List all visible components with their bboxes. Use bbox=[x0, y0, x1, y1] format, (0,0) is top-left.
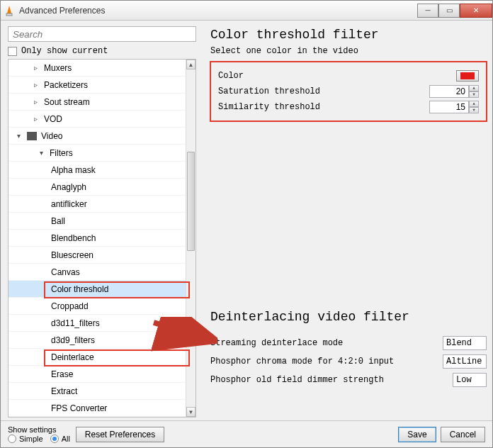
tree-item-label: Video bbox=[41, 131, 62, 141]
scroll-up-button[interactable]: ▲ bbox=[186, 60, 196, 69]
right-panel: Color threshold filter Select one color … bbox=[200, 21, 492, 420]
saturation-spinner[interactable]: ▲▼ bbox=[429, 85, 479, 98]
tree-item-label: d3d9_filters bbox=[51, 335, 95, 345]
tree-item-label: Ball bbox=[51, 216, 65, 226]
color-threshold-panel: Color Saturation threshold ▲▼ Similarity… bbox=[210, 62, 487, 121]
sim-up-icon[interactable]: ▲ bbox=[469, 101, 479, 107]
expand-icon: ▾ bbox=[17, 132, 24, 140]
svg-rect-1 bbox=[6, 13, 12, 16]
tree-item-label: Deinterlace bbox=[51, 352, 94, 362]
close-button[interactable]: ✕ bbox=[460, 4, 492, 18]
expand-icon: ▹ bbox=[34, 98, 41, 106]
video-icon bbox=[27, 132, 37, 140]
tree: ▹Muxers▹Packetizers▹Sout stream▹VOD▾Vide… bbox=[8, 59, 196, 418]
window-title: Advanced Preferences bbox=[19, 6, 417, 16]
tree-item-label: Erase bbox=[51, 369, 73, 379]
window-controls: ─ ▭ ✕ bbox=[417, 4, 492, 18]
tree-item-label: Extract bbox=[51, 386, 77, 396]
tree-item[interactable]: Color threshold bbox=[8, 281, 186, 298]
tree-item-label: Filters bbox=[50, 148, 73, 158]
tree-item-label: Color threshold bbox=[51, 284, 108, 294]
section1-subtitle: Select one color in the video bbox=[210, 46, 487, 56]
tree-item[interactable]: ▹Muxers bbox=[8, 60, 186, 77]
tree-item-label: Blendbench bbox=[51, 233, 96, 243]
deint-mode-label: Streaming deinterlace mode bbox=[210, 338, 443, 348]
tree-item[interactable]: Canvas bbox=[8, 264, 186, 281]
tree-item-label: Canvas bbox=[51, 267, 80, 277]
minimize-button[interactable]: ─ bbox=[417, 4, 438, 18]
tree-item[interactable]: Deinterlace bbox=[8, 349, 186, 366]
tree-item[interactable]: Croppadd bbox=[8, 298, 186, 315]
tree-item-label: antiflicker bbox=[51, 199, 87, 209]
tree-item-label: Muxers bbox=[44, 63, 72, 73]
show-settings-label: Show settings bbox=[8, 425, 70, 434]
tree-item-label: Anaglyph bbox=[51, 182, 86, 192]
phosphor-chroma-label: Phosphor chroma mode for 4:2:0 input bbox=[210, 357, 443, 366]
footer: Show settings Simple All Reset Preferenc… bbox=[1, 420, 492, 447]
tree-item-label: Bluescreen bbox=[51, 250, 94, 260]
similarity-input[interactable] bbox=[429, 101, 469, 113]
tree-item[interactable]: Alpha mask bbox=[8, 162, 186, 179]
reset-button[interactable]: Reset Preferences bbox=[76, 427, 164, 442]
radio-all[interactable] bbox=[50, 435, 59, 443]
expand-icon: ▹ bbox=[34, 64, 41, 72]
tree-item[interactable]: Anaglyph bbox=[8, 179, 186, 196]
sat-down-icon[interactable]: ▼ bbox=[469, 91, 479, 98]
tree-item[interactable]: Extract bbox=[8, 383, 186, 400]
cancel-button[interactable]: Cancel bbox=[441, 427, 485, 442]
tree-item-label: d3d11_filters bbox=[51, 318, 100, 328]
preferences-window: Advanced Preferences ─ ▭ ✕ Only show cur… bbox=[0, 0, 493, 448]
tree-item[interactable]: d3d11_filters bbox=[8, 315, 186, 332]
tree-item[interactable]: ▹VOD bbox=[8, 111, 186, 128]
phosphor-dimmer-label: Phosphor old field dimmer strength bbox=[210, 375, 453, 385]
save-button[interactable]: Save bbox=[398, 427, 436, 442]
section1-title: Color threshold filter bbox=[210, 28, 487, 42]
tree-item[interactable]: ▹Packetizers bbox=[8, 77, 186, 94]
only-current-row[interactable]: Only show current bbox=[8, 46, 196, 56]
left-panel: Only show current ▹Muxers▹Packetizers▹So… bbox=[1, 21, 200, 420]
sat-up-icon[interactable]: ▲ bbox=[469, 85, 479, 91]
color-swatch bbox=[460, 72, 475, 79]
tree-item[interactable]: Ball bbox=[8, 213, 186, 230]
app-icon bbox=[4, 5, 15, 16]
color-label: Color bbox=[218, 71, 456, 81]
tree-item[interactable]: Blendbench bbox=[8, 230, 186, 247]
tree-item[interactable]: ▾Filters bbox=[8, 145, 186, 162]
color-picker-button[interactable] bbox=[456, 70, 479, 82]
saturation-label: Saturation threshold bbox=[218, 86, 429, 96]
tree-item[interactable]: ▾Video bbox=[8, 128, 186, 145]
expand-icon: ▹ bbox=[34, 81, 41, 89]
titlebar: Advanced Preferences ─ ▭ ✕ bbox=[1, 1, 492, 21]
tree-item-label: FPS Converter bbox=[51, 403, 107, 413]
deint-mode-combo[interactable]: Blend bbox=[443, 336, 487, 350]
sim-down-icon[interactable]: ▼ bbox=[469, 107, 479, 113]
only-current-checkbox[interactable] bbox=[8, 47, 17, 56]
show-settings-group: Show settings Simple All bbox=[8, 425, 70, 443]
tree-item[interactable]: Bluescreen bbox=[8, 247, 186, 264]
maximize-button[interactable]: ▭ bbox=[438, 4, 460, 18]
scroll-down-button[interactable]: ▼ bbox=[186, 407, 196, 417]
content-area: Only show current ▹Muxers▹Packetizers▹So… bbox=[1, 21, 492, 420]
tree-item-label: Croppadd bbox=[51, 301, 89, 311]
tree-item[interactable]: Erase bbox=[8, 366, 186, 383]
saturation-input[interactable] bbox=[429, 85, 469, 98]
similarity-spinner[interactable]: ▲▼ bbox=[429, 101, 479, 113]
phosphor-chroma-combo[interactable]: AltLine bbox=[443, 354, 487, 369]
tree-scrollbar[interactable]: ▲ ▼ bbox=[186, 60, 196, 417]
section2-title: Deinterlacing video filter bbox=[210, 310, 487, 324]
tree-item[interactable]: FPS Converter bbox=[8, 400, 186, 417]
phosphor-dimmer-combo[interactable]: Low bbox=[453, 373, 487, 387]
tree-item[interactable]: d3d9_filters bbox=[8, 332, 186, 349]
tree-item-label: VOD bbox=[44, 114, 62, 124]
only-current-label: Only show current bbox=[21, 46, 108, 56]
scroll-thumb[interactable] bbox=[187, 152, 195, 251]
expand-icon: ▾ bbox=[40, 149, 47, 157]
tree-item-label: Sout stream bbox=[44, 97, 90, 107]
search-input[interactable] bbox=[8, 26, 196, 42]
tree-item[interactable]: ▹Sout stream bbox=[8, 94, 186, 111]
tree-item[interactable]: antiflicker bbox=[8, 196, 186, 213]
radio-simple-label: Simple bbox=[19, 435, 43, 443]
radio-simple[interactable] bbox=[8, 435, 16, 443]
radio-all-label: All bbox=[62, 435, 70, 443]
svg-marker-0 bbox=[7, 6, 11, 13]
